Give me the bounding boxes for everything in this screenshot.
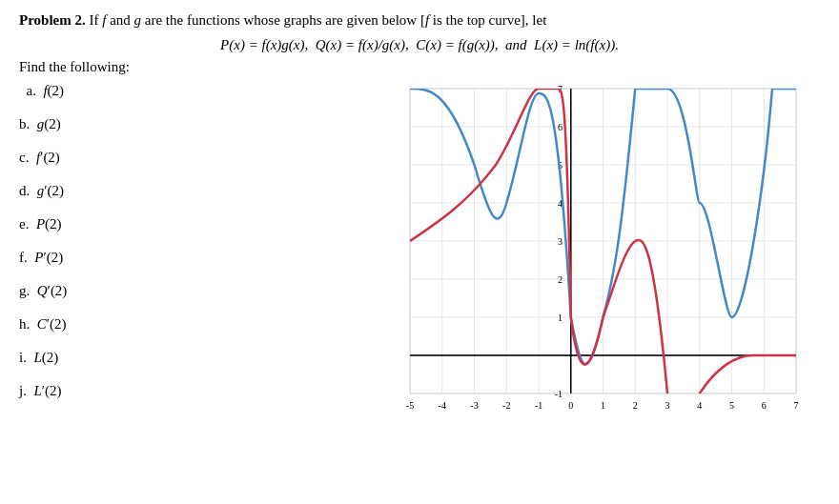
svg-text:-5: -5: [406, 400, 414, 411]
svg-text:-3: -3: [470, 400, 478, 411]
svg-text:3: 3: [558, 236, 563, 247]
question-e: e. P(2): [19, 216, 372, 232]
equation-display: P(x) = f(x)g(x), Q(x) = f(x)/g(x), C(x) …: [19, 37, 820, 53]
graph-svg: -5 -4 -3 -2 -1 0 1 2 3 4 5 6 7 -1 1 2 3 …: [372, 79, 810, 422]
svg-text:4: 4: [697, 400, 702, 411]
svg-text:5: 5: [729, 400, 734, 411]
svg-text:-1: -1: [535, 400, 542, 411]
question-h: h. C′(2): [19, 316, 372, 333]
question-b: b. g(2): [19, 116, 372, 132]
svg-text:-1: -1: [555, 389, 563, 399]
problem-number: Problem 2.: [19, 12, 86, 28]
problem-header: Problem 2. If f and g are the functions …: [19, 10, 820, 31]
svg-text:-4: -4: [439, 400, 446, 411]
find-following: Find the following:: [19, 59, 820, 75]
graph-column: -5 -4 -3 -2 -1 0 1 2 3 4 5 6 7 -1 1 2 3 …: [372, 79, 820, 422]
svg-text:1: 1: [601, 400, 605, 411]
question-d: d. g′(2): [19, 183, 372, 199]
question-i: i. L(2): [19, 350, 372, 366]
question-j: j. L′(2): [19, 383, 372, 399]
svg-text:7: 7: [794, 400, 799, 411]
svg-text:1: 1: [558, 312, 563, 323]
svg-text:-2: -2: [502, 400, 510, 411]
question-f: f. P′(2): [19, 250, 372, 266]
svg-text:6: 6: [762, 400, 767, 411]
content-area: a. f(2) b. g(2) c. f′(2) d. g′(2) e. P(2…: [19, 79, 820, 422]
svg-text:0: 0: [568, 400, 573, 411]
svg-text:2: 2: [633, 400, 638, 411]
svg-text:2: 2: [558, 274, 563, 285]
problem-intro: If f and g are the functions whose graph…: [89, 12, 546, 28]
questions-column: a. f(2) b. g(2) c. f′(2) d. g′(2) e. P(2…: [19, 79, 372, 422]
question-c: c. f′(2): [19, 150, 372, 166]
problem-container: Problem 2. If f and g are the functions …: [19, 10, 820, 422]
question-g: g. Q′(2): [19, 283, 372, 299]
equation-text: P(x) = f(x)g(x), Q(x) = f(x)/g(x), C(x) …: [220, 37, 619, 52]
svg-text:3: 3: [665, 400, 670, 411]
question-a: a. f(2): [19, 83, 372, 99]
svg-text:6: 6: [558, 122, 563, 132]
